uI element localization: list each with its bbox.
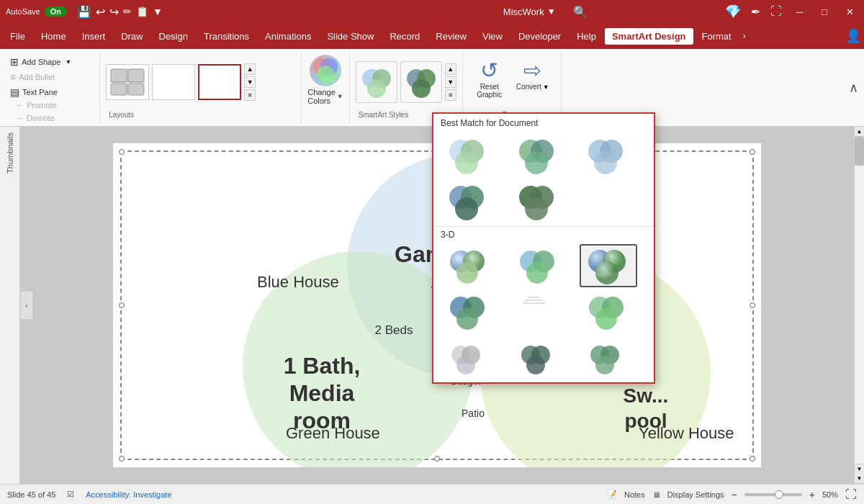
three-d-title: 3-D bbox=[433, 226, 654, 241]
menu-insert[interactable]: Insert bbox=[75, 28, 113, 45]
styles-scroll-up[interactable]: ▲ bbox=[445, 63, 456, 75]
menu-view[interactable]: View bbox=[475, 28, 510, 45]
svg-point-62 bbox=[526, 356, 545, 374]
menu-transitions[interactable]: Transitions bbox=[197, 28, 256, 45]
display-settings-label[interactable]: Display Settings bbox=[667, 490, 724, 499]
layouts-scroll-up[interactable]: ▲ bbox=[244, 63, 256, 75]
convert-expand-icon[interactable]: ▼ bbox=[543, 84, 549, 91]
svg-point-44 bbox=[595, 261, 618, 284]
layout-thumb-3[interactable] bbox=[198, 64, 241, 100]
zoom-plus-button[interactable]: + bbox=[809, 489, 815, 500]
diamond-icon: 💎 bbox=[725, 4, 741, 19]
notes-label[interactable]: Notes bbox=[624, 490, 645, 499]
zoom-percent[interactable]: 50% bbox=[822, 490, 838, 499]
fullscreen-icon[interactable]: ⛶ bbox=[770, 5, 782, 18]
autosave-toggle[interactable]: On bbox=[45, 6, 67, 17]
style-item-2[interactable] bbox=[510, 134, 568, 177]
menu-home[interactable]: Home bbox=[34, 28, 73, 45]
style-3d-6[interactable] bbox=[580, 290, 637, 333]
style-3d-5[interactable] bbox=[510, 290, 568, 333]
style-3d-2[interactable] bbox=[510, 244, 568, 287]
menu-design[interactable]: Design bbox=[152, 28, 195, 45]
panel-collapse-button[interactable]: ‹ bbox=[20, 291, 33, 320]
expand-icon[interactable]: ▼ bbox=[153, 6, 163, 17]
menu-developer[interactable]: Developer bbox=[511, 28, 568, 45]
customize-icon[interactable]: ✏ bbox=[123, 6, 132, 17]
save-icon[interactable]: 💾 bbox=[77, 5, 91, 19]
zoom-minus-button[interactable]: − bbox=[732, 489, 737, 500]
menu-more-icon[interactable]: › bbox=[740, 31, 749, 41]
minimize-btn[interactable]: ─ bbox=[792, 6, 807, 17]
close-btn[interactable]: ✕ bbox=[842, 6, 858, 17]
reset-graphic-icon: ↺ bbox=[480, 58, 498, 83]
present-icon[interactable]: 📋 bbox=[136, 6, 148, 17]
convert-button[interactable]: ⇨ Convert ▼ bbox=[513, 55, 552, 94]
scroll-up-arrow[interactable]: ▲ bbox=[855, 127, 864, 137]
layout-thumb-1[interactable] bbox=[106, 64, 149, 100]
slide-info: Slide 45 of 45 bbox=[7, 490, 55, 499]
promote-icon: ← bbox=[16, 101, 24, 109]
menu-draw[interactable]: Draw bbox=[114, 28, 150, 45]
scroll-thumb[interactable] bbox=[855, 137, 864, 166]
style-swatch-2[interactable] bbox=[400, 61, 442, 103]
style-item-4[interactable] bbox=[441, 180, 498, 223]
menu-animations[interactable]: Animations bbox=[258, 28, 318, 45]
scroll-more-down[interactable]: ▼ bbox=[855, 474, 864, 484]
scroll-down-arrow[interactable]: ▼ bbox=[855, 464, 864, 474]
style-3d-9[interactable] bbox=[580, 336, 637, 379]
layouts-scroll-down[interactable]: ▼ bbox=[244, 76, 256, 88]
layouts-row: ▲ ▼ ≡ bbox=[106, 55, 295, 109]
best-match-grid bbox=[433, 131, 654, 226]
maximize-btn[interactable]: □ bbox=[817, 6, 832, 17]
redo-icon[interactable]: ↪ bbox=[109, 5, 119, 19]
menu-help[interactable]: Help bbox=[570, 28, 603, 45]
ribbon-collapse-button[interactable]: ∧ bbox=[849, 80, 858, 96]
menu-review[interactable]: Review bbox=[428, 28, 474, 45]
layouts-label: Layouts bbox=[106, 109, 295, 120]
add-bullet-button[interactable]: ≡ Add Bullet bbox=[6, 70, 94, 84]
pen-icon[interactable]: ✒ bbox=[751, 5, 760, 19]
style-3d-8[interactable] bbox=[510, 336, 568, 379]
svg-point-32 bbox=[455, 197, 478, 220]
menu-smartart-design[interactable]: SmartArt Design bbox=[605, 28, 693, 45]
menu-record[interactable]: Record bbox=[382, 28, 427, 45]
change-colors-dropdown-icon[interactable]: ▼ bbox=[337, 93, 343, 100]
zoom-thumb[interactable] bbox=[775, 490, 783, 499]
style-3d-3-selected[interactable] bbox=[580, 244, 637, 287]
layouts-scroll-expand[interactable]: ≡ bbox=[244, 89, 256, 101]
svg-point-10 bbox=[206, 80, 222, 96]
svg-point-26 bbox=[525, 151, 548, 174]
demote-button[interactable]: → Demote bbox=[12, 112, 94, 124]
style-item-5[interactable] bbox=[510, 180, 568, 223]
menu-format[interactable]: Format bbox=[695, 28, 739, 45]
style-swatch-1[interactable] bbox=[356, 61, 397, 103]
svg-point-7 bbox=[166, 74, 181, 90]
svg-point-23 bbox=[455, 151, 478, 174]
add-shape-button[interactable]: ⊞ Add Shape ▼ bbox=[6, 55, 94, 69]
zoom-slider[interactable] bbox=[744, 493, 802, 496]
layout-thumb-2[interactable] bbox=[152, 64, 195, 100]
convert-label: Convert bbox=[516, 83, 541, 91]
file-expand-icon[interactable]: ▼ bbox=[547, 6, 556, 17]
fit-to-window-icon[interactable]: ⛶ bbox=[845, 488, 857, 501]
text-pane-button[interactable]: ▤ Text Pane bbox=[6, 85, 94, 99]
menu-slideshow[interactable]: Slide Show bbox=[320, 28, 381, 45]
user-icon[interactable]: 👤 bbox=[845, 28, 861, 44]
styles-scroll-expand[interactable]: ≡ bbox=[445, 89, 456, 101]
style-3d-1[interactable] bbox=[441, 244, 498, 287]
add-shape-expand-icon[interactable]: ▼ bbox=[65, 58, 71, 66]
reset-graphic-button[interactable]: ↺ ResetGraphic bbox=[472, 55, 508, 102]
style-item-3[interactable] bbox=[580, 134, 637, 177]
title-bar-right: 💎 ✒ ⛶ ─ □ ✕ bbox=[725, 4, 858, 19]
promote-button[interactable]: ← Promote bbox=[12, 99, 94, 111]
menu-file[interactable]: File bbox=[3, 28, 32, 45]
accessibility-label[interactable]: Accessibility: Investigate bbox=[86, 490, 171, 499]
styles-scroll-down[interactable]: ▼ bbox=[445, 76, 456, 88]
style-3d-7[interactable] bbox=[441, 336, 498, 379]
smartart-styles-dropdown: Best Match for Document bbox=[432, 112, 655, 384]
style-3d-4[interactable] bbox=[441, 290, 498, 333]
undo-icon[interactable]: ↩ bbox=[96, 5, 105, 19]
search-icon[interactable]: 🔍 bbox=[573, 5, 588, 19]
change-colors-button[interactable]: ChangeColors ▼ bbox=[302, 52, 349, 123]
style-item-1[interactable] bbox=[441, 134, 498, 177]
